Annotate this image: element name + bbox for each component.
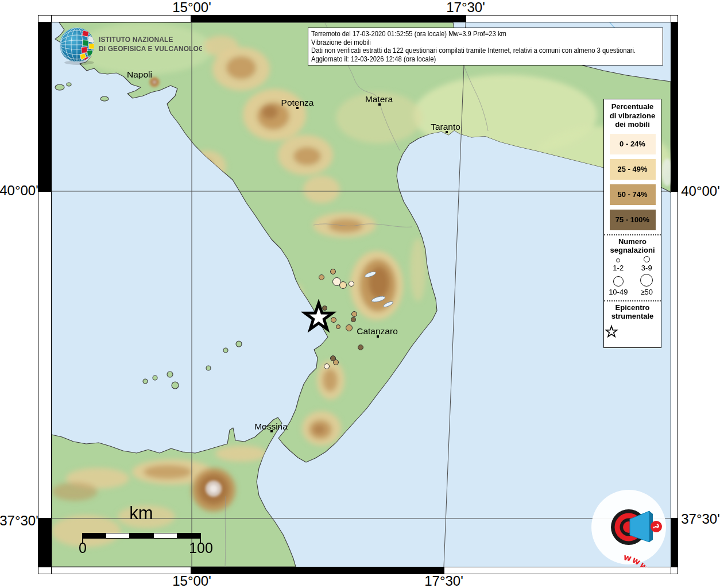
legend-epicenter-title: Epicentro strumentale	[608, 303, 657, 321]
count-circle-icon	[616, 258, 620, 262]
legend-divider	[604, 300, 661, 301]
island	[172, 382, 179, 389]
island	[223, 348, 228, 353]
legend-divider	[604, 234, 661, 235]
event-info-box: Terremoto del 17-03-2020 01:52:55 (ora l…	[308, 28, 663, 65]
count-circle-icon	[640, 274, 653, 287]
count-circle-icon	[613, 276, 624, 287]
legend-color-classes: 0 - 24%25 - 49%50 - 74%75 - 100%	[604, 134, 661, 230]
info-line: Vibrazione dei mobili	[311, 38, 618, 47]
legend-epicenter-star	[604, 324, 661, 339]
island	[153, 376, 157, 380]
felt-report-dot	[336, 324, 340, 329]
legend-size-label: ≥50	[640, 288, 653, 296]
felt-report-dot	[351, 311, 357, 317]
legend-size-classes: 1-23-910-49≥50	[604, 256, 661, 296]
city-label: Napoli	[127, 69, 152, 80]
felt-report-dot	[324, 363, 330, 369]
city-marker	[378, 103, 381, 106]
felt-report-dot	[346, 324, 353, 331]
ingv-logo: ISTITUTO NAZIONALE DI GEOFISICA E VULCAN…	[53, 23, 202, 69]
felt-report-dot	[351, 317, 356, 322]
map-canvas: 15°00'17°30'15°00'17°30'40°00'37°30'40°0…	[0, 0, 720, 588]
legend-size-item: 1-2	[604, 256, 633, 272]
ingv-name-line2: DI GEOFISICA E VULCANOLOGIA	[99, 44, 202, 53]
felt-report-dot	[339, 281, 347, 289]
felt-report-dot	[358, 345, 363, 350]
city-marker	[446, 131, 448, 133]
scale-bar-unit: km	[129, 503, 153, 524]
island	[100, 96, 109, 101]
felt-report-dot	[333, 359, 339, 365]
island	[55, 84, 64, 90]
star-icon	[604, 324, 619, 339]
legend-size-label: 3-9	[641, 264, 652, 272]
haisentitoilterremoto-logo: www.haisentitoilterremoto.it ?	[589, 487, 669, 567]
legend-size-label: 1-2	[613, 264, 624, 272]
legend-swatch: 50 - 74%	[610, 184, 656, 205]
legend-size-item: ≥50	[633, 274, 661, 296]
coord-label-bottom: 15°00'	[172, 573, 211, 588]
felt-report-dot	[319, 274, 324, 280]
legend-swatch: 25 - 49%	[610, 159, 656, 180]
island	[143, 379, 148, 384]
city-marker	[377, 335, 379, 338]
felt-report-dot	[331, 317, 336, 323]
legend-percent-title: Percentuale di vibrazione dei mobili	[608, 102, 657, 129]
scale-bar-end: 100	[189, 540, 213, 556]
coord-label-left: 37°30'	[0, 513, 38, 529]
city-marker	[296, 107, 299, 109]
coord-label-top: 17°30'	[446, 0, 485, 16]
coord-label-top: 15°00'	[172, 0, 211, 16]
scale-bar-start: 0	[79, 540, 87, 556]
legend-swatch-label: 0 - 24%	[620, 140, 645, 148]
legend-swatch-label: 50 - 74%	[617, 190, 647, 199]
island	[67, 83, 71, 86]
coord-label-left: 40°00'	[0, 183, 38, 199]
legend-swatch-label: 25 - 49%	[617, 165, 647, 173]
coord-label-right: 40°00'	[681, 183, 720, 199]
island	[206, 366, 211, 370]
ingv-name-line1: ISTITUTO NAZIONALE	[99, 34, 173, 44]
legend-size-item: 3-9	[633, 256, 661, 272]
city-marker	[270, 430, 273, 432]
felt-report-dot	[322, 305, 327, 311]
legend-count-title: Numero segnalazioni	[608, 237, 657, 255]
island	[236, 341, 242, 347]
legend: Percentuale di vibrazione dei mobili 0 -…	[603, 99, 661, 348]
legend-swatch: 0 - 24%	[610, 134, 656, 154]
felt-report-dot	[349, 281, 354, 287]
legend-swatch-label: 75 - 100%	[616, 215, 649, 224]
island	[167, 372, 173, 377]
legend-size-item: 10-49	[604, 274, 633, 296]
legend-swatch: 75 - 100%	[610, 210, 656, 230]
info-line: Aggiornato il: 12-03-2026 12:48 (ora loc…	[311, 55, 618, 64]
terrain-map	[52, 22, 671, 567]
coord-label-right: 37°30'	[681, 511, 720, 527]
coord-label-bottom: 17°30'	[424, 573, 463, 588]
info-line: Terremoto del 17-03-2020 01:52:55 (ora l…	[311, 30, 618, 38]
info-line: Dati non verificati estratti da 122 ques…	[311, 47, 618, 55]
felt-report-dot	[330, 269, 336, 274]
legend-size-label: 10-49	[609, 288, 628, 296]
count-circle-icon	[644, 256, 650, 262]
